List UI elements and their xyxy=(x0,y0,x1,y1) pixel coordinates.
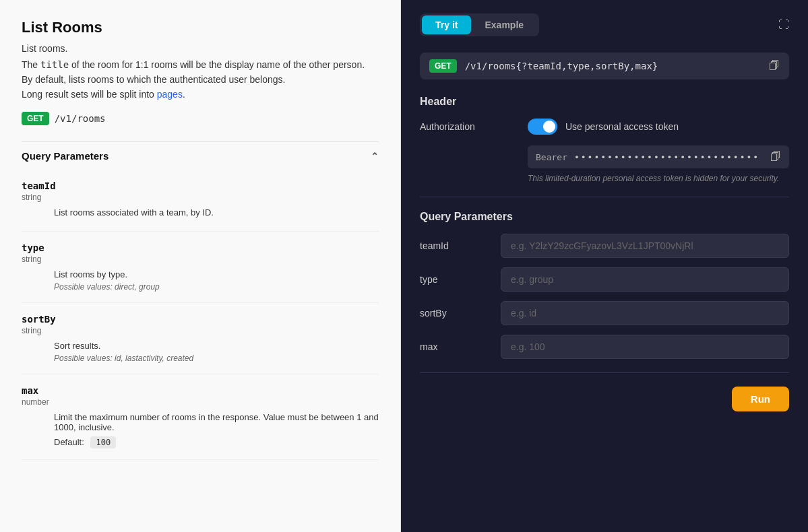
param-desc-sortBy: Sort results. xyxy=(54,341,379,351)
page-title: List Rooms xyxy=(22,19,379,36)
divider-1 xyxy=(420,197,789,197)
expand-icon[interactable]: ⛶ xyxy=(778,19,789,31)
title-note: The title of the room for 1:1 rooms will… xyxy=(22,59,379,70)
auth-label: Authorization xyxy=(420,121,528,132)
param-default-max: Default: 100 xyxy=(54,436,379,448)
tab-row: Try it Example ⛶ xyxy=(420,13,789,36)
param-name-type: type xyxy=(22,242,379,253)
security-note: This limited-duration personal access to… xyxy=(528,174,789,183)
header-section-title: Header xyxy=(420,96,789,108)
param-possible-type: Possible values: direct, group xyxy=(54,282,379,292)
auth-controls: Use personal access token xyxy=(528,119,789,135)
bearer-label: Bearer xyxy=(536,152,567,162)
param-name-max: max xyxy=(22,385,379,396)
endpoint-row: GET /v1/rooms xyxy=(22,112,379,125)
tab-group: Try it Example xyxy=(420,13,539,36)
auth-field-row: Authorization Use personal access token xyxy=(420,119,789,135)
run-button[interactable]: Run xyxy=(732,387,789,411)
query-field-teamId: teamId xyxy=(420,234,789,258)
toggle-track xyxy=(528,119,557,135)
param-sortBy: sortBy string Sort results. Possible val… xyxy=(22,303,379,374)
query-input-max[interactable] xyxy=(501,335,789,359)
divider-2 xyxy=(420,372,789,373)
param-name-teamId: teamId xyxy=(22,180,379,191)
query-field-sortBy: sortBy xyxy=(420,301,789,325)
query-label-max: max xyxy=(420,341,501,352)
param-type: type string List rooms by type. Possible… xyxy=(22,232,379,303)
param-type-teamId: string xyxy=(22,193,379,202)
query-label-sortBy: sortBy xyxy=(420,308,501,319)
default-desc: By default, lists rooms to which the aut… xyxy=(22,74,379,85)
bearer-box: Bearer •••••••••••••••••••••••••••• 🗍 xyxy=(528,145,789,168)
method-badge: GET xyxy=(22,112,49,125)
query-label-teamId: teamId xyxy=(420,240,501,251)
right-panel: Try it Example ⛶ GET /v1/rooms{?teamId,t… xyxy=(401,0,808,532)
param-desc-type: List rooms by type. xyxy=(54,269,379,279)
param-type-type: string xyxy=(22,255,379,264)
endpoint-path: /v1/rooms xyxy=(55,113,106,124)
left-panel: List Rooms List rooms. The title of the … xyxy=(0,0,401,532)
param-desc-teamId: List rooms associated with a team, by ID… xyxy=(54,207,379,218)
query-input-teamId[interactable] xyxy=(501,234,789,258)
query-params-header[interactable]: Query Parameters ⌃ xyxy=(22,141,379,170)
copy-url-icon[interactable]: 🗍 xyxy=(769,60,780,72)
param-possible-sortBy: Possible values: id, lastactivity, creat… xyxy=(54,354,379,363)
auth-section: Bearer •••••••••••••••••••••••••••• 🗍 Th… xyxy=(528,145,789,183)
pages-link[interactable]: pages xyxy=(157,89,183,100)
url-bar: GET /v1/rooms{?teamId,type,sortBy,max} 🗍 xyxy=(420,53,789,79)
tab-example[interactable]: Example xyxy=(471,15,537,34)
query-field-type: type xyxy=(420,267,789,292)
param-type-sortBy: string xyxy=(22,326,379,335)
toggle-switch[interactable] xyxy=(528,119,557,135)
param-name-sortBy: sortBy xyxy=(22,314,379,325)
pages-note: Long result sets will be split into page… xyxy=(22,89,379,100)
toggle-thumb xyxy=(543,121,555,133)
param-max: max number Limit the maximum number of r… xyxy=(22,374,379,460)
tab-try-it[interactable]: Try it xyxy=(422,15,471,34)
query-input-sortBy[interactable] xyxy=(501,301,789,325)
url-path: /v1/rooms{?teamId,type,sortBy,max} xyxy=(465,61,769,71)
query-input-wrapper-teamId xyxy=(501,234,789,258)
query-input-wrapper-type xyxy=(501,267,789,292)
param-desc-max: Limit the maximum number of rooms in the… xyxy=(54,412,379,432)
token-text: Use personal access token xyxy=(565,121,679,132)
query-input-wrapper-sortBy xyxy=(501,301,789,325)
query-section-title: Query Parameters xyxy=(420,211,789,223)
query-field-max: max xyxy=(420,335,789,359)
query-input-type[interactable] xyxy=(501,267,789,292)
url-method: GET xyxy=(429,59,457,73)
chevron-up-icon: ⌃ xyxy=(371,151,379,162)
bearer-dots: •••••••••••••••••••••••••••• xyxy=(574,152,770,162)
param-type-max: number xyxy=(22,397,379,407)
query-input-wrapper-max xyxy=(501,335,789,359)
copy-token-icon[interactable]: 🗍 xyxy=(770,151,781,163)
param-teamId: teamId string List rooms associated with… xyxy=(22,170,379,232)
page-subtitle: List rooms. xyxy=(22,43,379,54)
query-label-type: type xyxy=(420,274,501,285)
default-value-max: 100 xyxy=(90,436,116,448)
